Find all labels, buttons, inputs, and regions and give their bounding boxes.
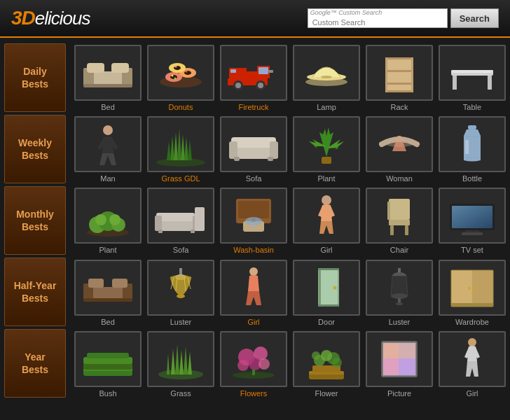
svg-rect-87 — [465, 230, 479, 232]
item-label: Grass GDL — [161, 174, 200, 183]
svg-point-119 — [468, 287, 471, 290]
item-label: Wardrobe — [455, 318, 489, 327]
item-label: Luster — [389, 318, 411, 327]
thumbnail — [439, 331, 506, 387]
svg-rect-33 — [385, 57, 413, 59]
thumbnail — [293, 116, 360, 172]
sidebar: Daily Bests Weekly Bests Monthly Bests H… — [0, 43, 70, 400]
list-item[interactable]: Firetruck — [219, 45, 289, 112]
list-item[interactable]: Wash-basin — [219, 188, 289, 255]
svg-point-8 — [170, 75, 177, 79]
thumbnail — [74, 260, 142, 316]
svg-rect-67 — [155, 216, 162, 231]
main-content: Daily Bests Weekly Bests Monthly Bests H… — [0, 38, 510, 405]
svg-rect-51 — [268, 157, 273, 161]
list-item[interactable]: Girl — [291, 188, 361, 255]
list-item[interactable]: TV set — [437, 188, 507, 255]
list-item[interactable]: Donuts — [146, 45, 216, 112]
list-item[interactable]: Rack — [364, 45, 434, 112]
logo-text: elicious — [35, 8, 90, 29]
list-item[interactable]: Flower — [291, 331, 361, 398]
list-item[interactable]: Bed — [73, 45, 143, 112]
svg-rect-93 — [112, 279, 127, 288]
header: 3Delicious Google™ Custom Search Search — [0, 0, 510, 38]
svg-rect-34 — [385, 70, 413, 72]
thumbnail — [439, 260, 506, 316]
list-item[interactable]: Sofa — [219, 116, 289, 183]
thumbnail — [74, 116, 142, 172]
item-label: Girl — [320, 246, 332, 255]
svg-rect-92 — [88, 279, 104, 288]
list-item[interactable]: Plant — [291, 116, 361, 183]
row-year: Bush Grass — [70, 330, 510, 400]
svg-point-15 — [186, 70, 188, 72]
list-item[interactable]: Bush — [73, 331, 143, 398]
list-item[interactable]: Picture — [364, 331, 434, 398]
svg-point-106 — [333, 286, 337, 290]
svg-rect-41 — [453, 76, 457, 90]
list-item[interactable]: Man — [73, 116, 143, 183]
list-item[interactable]: Grass GDL — [146, 116, 216, 183]
search-button[interactable]: Search — [450, 8, 499, 28]
svg-point-131 — [237, 360, 249, 371]
item-label: Sofa — [173, 246, 189, 255]
sidebar-item-year[interactable]: Year Bests — [4, 329, 66, 398]
thumbnail — [147, 188, 214, 244]
sidebar-item-halfyear[interactable]: Half-Year Bests — [4, 258, 66, 326]
svg-rect-83 — [387, 202, 390, 220]
list-item[interactable]: Lamp — [291, 45, 361, 112]
list-item[interactable]: Wardrobe — [437, 260, 507, 327]
sidebar-item-daily[interactable]: Daily Bests — [4, 43, 66, 112]
list-item[interactable]: Grass — [146, 331, 216, 398]
svg-point-141 — [312, 351, 320, 360]
search-area: Google™ Custom Search Search — [308, 8, 499, 28]
svg-point-132 — [259, 358, 270, 370]
svg-rect-35 — [385, 83, 413, 85]
sidebar-item-weekly[interactable]: Weekly Bests — [4, 115, 66, 183]
thumbnail — [293, 260, 360, 316]
item-label: Firetruck — [239, 103, 269, 112]
svg-rect-126 — [87, 353, 129, 358]
svg-point-77 — [251, 218, 256, 222]
svg-point-16 — [175, 65, 177, 67]
list-item[interactable]: Plant — [73, 188, 143, 255]
thumbnail — [366, 260, 433, 316]
list-item[interactable]: Girl — [219, 260, 289, 327]
item-label: Rack — [390, 103, 408, 112]
thumbnail — [366, 45, 433, 101]
list-item[interactable]: Bed — [73, 260, 143, 327]
item-label: Grass — [170, 389, 191, 398]
svg-point-25 — [258, 83, 263, 88]
svg-point-142 — [332, 358, 342, 368]
svg-rect-5 — [83, 84, 132, 88]
svg-rect-65 — [156, 220, 195, 231]
svg-rect-86 — [452, 206, 492, 228]
list-item[interactable]: Sofa — [146, 188, 216, 255]
item-label: Lamp — [317, 103, 336, 112]
svg-point-140 — [321, 350, 332, 361]
svg-rect-108 — [318, 304, 339, 307]
list-item[interactable]: Chair — [364, 188, 434, 255]
svg-rect-56 — [464, 136, 481, 137]
list-item[interactable]: Bottle — [437, 116, 507, 183]
svg-point-78 — [322, 195, 331, 205]
svg-point-14 — [174, 77, 177, 79]
list-item[interactable]: Flowers — [219, 331, 289, 398]
list-item[interactable]: Door — [291, 260, 361, 327]
list-item[interactable]: Woman — [364, 116, 434, 183]
item-label: Flower — [315, 389, 338, 398]
row-weekly: Man Grass GDL — [70, 115, 510, 185]
svg-rect-42 — [488, 76, 492, 90]
thumbnail — [74, 188, 142, 244]
svg-point-13 — [172, 74, 174, 76]
thumbnail — [293, 45, 360, 101]
list-item[interactable]: Table — [437, 45, 507, 112]
list-item[interactable]: Luster — [146, 260, 216, 327]
item-label: Girl — [466, 389, 478, 398]
list-item[interactable]: Girl — [437, 331, 507, 398]
svg-rect-71 — [191, 230, 195, 233]
item-label: Man — [100, 174, 115, 183]
list-item[interactable]: Luster — [364, 260, 434, 327]
sidebar-item-monthly[interactable]: Monthly Bests — [4, 186, 66, 255]
thumbnail — [439, 116, 506, 172]
